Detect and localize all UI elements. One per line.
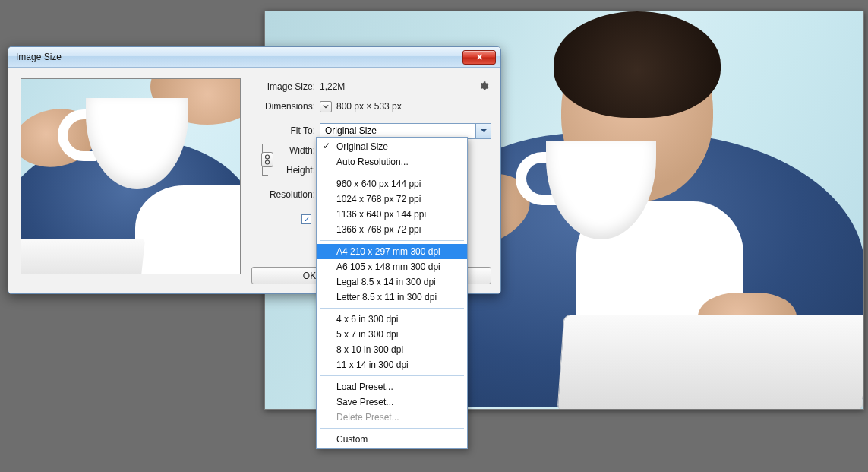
preview-thumbnail <box>21 78 241 274</box>
dropdown-item[interactable]: Auto Resolution... <box>317 154 467 169</box>
image-size-value: 1,22M <box>320 81 345 92</box>
dimensions-value: 800 px × 533 px <box>336 101 402 112</box>
dropdown-item[interactable]: 5 x 7 in 300 dpi <box>317 327 467 342</box>
dropdown-separator <box>320 240 464 241</box>
dropdown-item[interactable]: 4 x 6 in 300 dpi <box>317 312 467 327</box>
fit-to-label: Fit To: <box>251 125 320 136</box>
dropdown-item[interactable]: 960 x 640 px 144 ppi <box>317 176 467 192</box>
dialog-titlebar[interactable]: Image Size ✕ <box>8 47 500 68</box>
dropdown-item[interactable]: Load Preset... <box>317 379 467 394</box>
height-label: Height: <box>273 165 320 176</box>
svg-rect-1 <box>266 160 270 164</box>
dimensions-label: Dimensions: <box>251 101 320 112</box>
dropdown-item[interactable]: 1366 x 768 px 72 ppi <box>317 222 467 237</box>
dropdown-item[interactable]: A4 210 x 297 mm 300 dpi <box>317 244 467 259</box>
dropdown-item[interactable]: 1024 x 768 px 72 ppi <box>317 192 467 207</box>
dropdown-separator <box>320 308 464 309</box>
image-size-label: Image Size: <box>251 81 320 92</box>
close-button[interactable]: ✕ <box>462 50 496 65</box>
dropdown-item[interactable]: Save Preset... <box>317 394 467 410</box>
dropdown-item[interactable]: Letter 8.5 x 11 in 300 dpi <box>317 290 467 305</box>
resample-checkbox[interactable]: ✓ <box>301 214 311 224</box>
constrain-proportions-toggle[interactable] <box>261 152 273 167</box>
dialog-title: Image Size <box>16 52 462 62</box>
dropdown-item[interactable]: 8 x 10 in 300 dpi <box>317 342 467 357</box>
settings-gear-icon[interactable] <box>478 80 490 92</box>
dropdown-item[interactable]: Original Size <box>317 139 467 154</box>
resolution-label: Resolution: <box>251 189 320 200</box>
dropdown-item[interactable]: 11 x 14 in 300 dpi <box>317 357 467 372</box>
width-label: Width: <box>273 145 320 156</box>
dropdown-separator <box>320 428 464 429</box>
dimensions-units-button[interactable] <box>320 101 332 112</box>
dropdown-item[interactable]: 1136 x 640 px 144 ppi <box>317 207 467 222</box>
dropdown-separator <box>320 375 464 376</box>
fit-to-dropdown[interactable]: Original SizeAuto Resolution...960 x 640… <box>316 137 468 449</box>
dropdown-item: Delete Preset... <box>317 410 467 425</box>
dropdown-item[interactable]: Legal 8.5 x 14 in 300 dpi <box>317 274 467 290</box>
close-icon: ✕ <box>476 52 483 62</box>
fit-to-selected-value: Original Size <box>325 125 377 136</box>
dropdown-item[interactable]: A6 105 x 148 mm 300 dpi <box>317 259 467 274</box>
dropdown-item[interactable]: Custom <box>317 432 467 447</box>
chevron-down-icon <box>475 124 491 138</box>
dropdown-separator <box>320 173 464 173</box>
svg-rect-0 <box>266 155 270 159</box>
